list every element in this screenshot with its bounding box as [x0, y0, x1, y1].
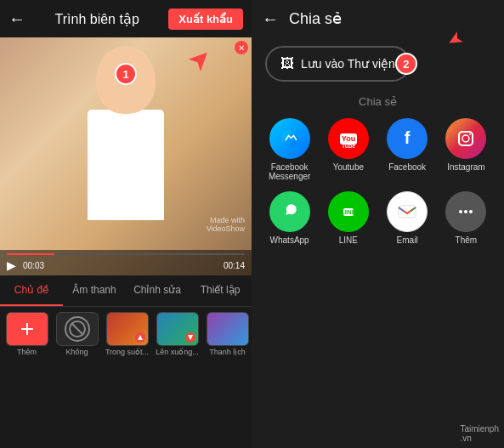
svg-text:LINE: LINE — [341, 208, 357, 216]
share-grid: FacebookMessenger You Tube Youtube f Fac… — [252, 115, 504, 248]
trong-suot-icon-box — [106, 312, 149, 346]
svg-point-12 — [469, 133, 471, 135]
whatsapp-label: WhatsApp — [270, 235, 309, 245]
toolbar-none[interactable]: Không — [54, 312, 100, 356]
share-item-line[interactable]: LINE LINE — [320, 191, 376, 245]
svg-text:Tube: Tube — [342, 143, 355, 149]
share-item-whatsapp[interactable]: WhatsApp — [262, 191, 317, 245]
share-item-messenger[interactable]: FacebookMessenger — [262, 118, 317, 181]
facebook-label: Facebook — [388, 162, 426, 172]
share-title: Chia sẻ — [289, 9, 342, 28]
toolbar-trong-suot[interactable]: Trong suốt... — [104, 312, 150, 356]
whatsapp-icon — [269, 191, 310, 232]
line-icon: LINE — [328, 191, 369, 232]
youtube-icon: You Tube — [328, 118, 369, 159]
thanh-lich-icon-box — [207, 312, 249, 346]
svg-point-20 — [469, 210, 473, 213]
save-button-label: Lưu vào Thư viện — [301, 57, 395, 71]
share-item-youtube[interactable]: You Tube Youtube — [320, 118, 376, 181]
video-controls: ▶ 00:03 00:14 — [0, 250, 252, 275]
tab-chinh-sua[interactable]: Chỉnh sửa — [126, 275, 189, 306]
share-item-more[interactable]: Thêm — [439, 191, 494, 245]
tab-thiet-lap[interactable]: Thiết lập — [189, 275, 252, 306]
svg-point-19 — [464, 210, 467, 213]
thanh-lich-label: Thanh lịch — [209, 348, 246, 356]
play-button[interactable]: ▶ — [7, 258, 16, 272]
more-icon — [445, 191, 486, 232]
toolbar-row: Thêm Không Trong suốt... — [0, 307, 252, 361]
email-label: Email — [397, 235, 418, 245]
save-library-button[interactable]: 🖼 Lưu vào Thư viện 2 — [265, 46, 411, 82]
svg-rect-17 — [399, 206, 416, 218]
toolbar-add[interactable]: Thêm — [3, 312, 50, 356]
editor-title: Trình biên tập — [25, 11, 168, 27]
watermark: Taimienph.vn — [460, 424, 499, 443]
add-label: Thêm — [17, 348, 37, 356]
left-header: ← Trình biên tập Xuất khẩu — [0, 0, 252, 37]
save-area: 🖼 Lưu vào Thư viện 2 ➤ — [252, 37, 504, 90]
right-panel: ← Chia sẻ 🖼 Lưu vào Thư viện 2 ➤ Chia sẻ — [252, 0, 504, 448]
share-item-instagram[interactable]: Instagram — [439, 118, 494, 181]
none-icon-box — [56, 312, 99, 346]
back-arrow-right[interactable]: ← — [262, 9, 279, 29]
svg-text:You: You — [342, 134, 355, 143]
step-2-badge: 2 — [395, 53, 417, 75]
time-row: ▶ 00:03 00:14 — [7, 258, 245, 272]
total-time: 00:14 — [224, 261, 245, 270]
len-xuong-label: Lên xuống... — [156, 348, 199, 356]
line-label: LINE — [339, 235, 358, 245]
video-watermark: Made with VideoShow — [207, 216, 245, 233]
svg-point-11 — [462, 135, 469, 142]
right-header: ← Chia sẻ — [252, 0, 504, 37]
share-item-facebook[interactable]: f Facebook — [380, 118, 435, 181]
toolbar-len-xuong[interactable]: Lên xuống... — [154, 312, 201, 356]
tabs-row: Chủ đề Âm thanh Chỉnh sửa Thiết lập — [0, 275, 252, 307]
progress-fill — [7, 253, 54, 255]
share-section-label: Chia sẻ — [252, 90, 504, 115]
svg-point-18 — [459, 210, 462, 213]
gmail-icon — [387, 191, 428, 232]
back-arrow-left[interactable]: ← — [8, 9, 25, 29]
len-xuong-icon-box — [156, 312, 199, 346]
person-body — [88, 110, 164, 220]
image-icon: 🖼 — [280, 56, 294, 71]
more-label: Thêm — [456, 235, 478, 245]
export-button[interactable]: Xuất khẩu — [168, 9, 243, 30]
svg-text:f: f — [405, 128, 411, 147]
none-label: Không — [65, 348, 88, 356]
instagram-label: Instagram — [447, 162, 484, 172]
svg-line-3 — [71, 323, 83, 335]
messenger-label: FacebookMessenger — [269, 162, 310, 181]
youtube-label: Youtube — [333, 162, 364, 172]
facebook-icon: f — [387, 118, 428, 159]
add-icon-box — [6, 312, 48, 346]
messenger-icon — [269, 118, 310, 159]
video-area: 1 ➤ Made with VideoShow ✕ ▶ 00:03 00:14 — [0, 37, 252, 275]
tab-chu-de[interactable]: Chủ đề — [0, 275, 63, 306]
no-icon — [65, 316, 90, 342]
instagram-icon — [445, 118, 486, 159]
step-1-badge: 1 — [115, 63, 137, 85]
tab-am-thanh[interactable]: Âm thanh — [63, 275, 126, 306]
current-time: 00:03 — [23, 261, 44, 270]
video-close-button[interactable]: ✕ — [235, 41, 248, 54]
trong-suot-label: Trong suốt... — [105, 348, 149, 356]
share-item-email[interactable]: Email — [380, 191, 435, 245]
toolbar-thanh-lich[interactable]: Thanh lịch — [204, 312, 251, 356]
left-panel: ← Trình biên tập Xuất khẩu 1 ➤ Made with… — [0, 0, 252, 448]
progress-bar[interactable] — [7, 253, 245, 255]
